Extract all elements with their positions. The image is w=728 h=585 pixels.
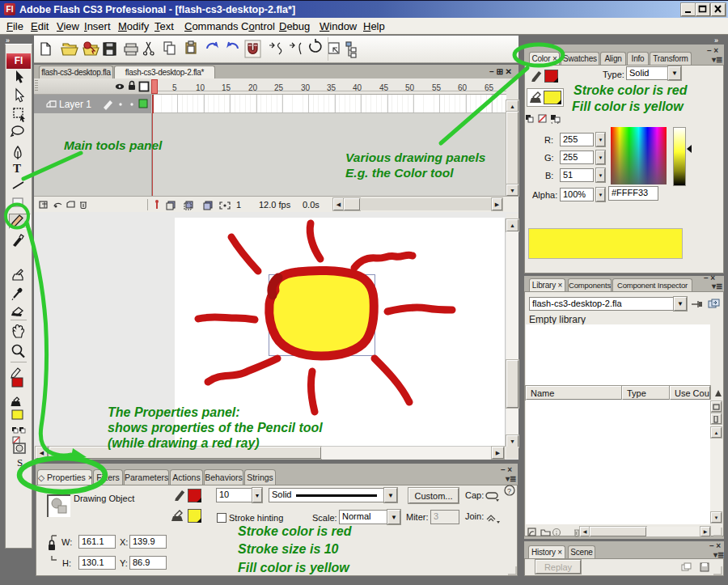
svg-text:12.0 fps: 12.0 fps — [259, 200, 291, 210]
svg-text:?: ? — [507, 487, 511, 495]
svg-text:S: S — [17, 456, 23, 468]
svg-text:0.0s: 0.0s — [303, 200, 320, 210]
svg-text:T: T — [13, 162, 21, 175]
svg-text:1: 1 — [236, 200, 241, 210]
